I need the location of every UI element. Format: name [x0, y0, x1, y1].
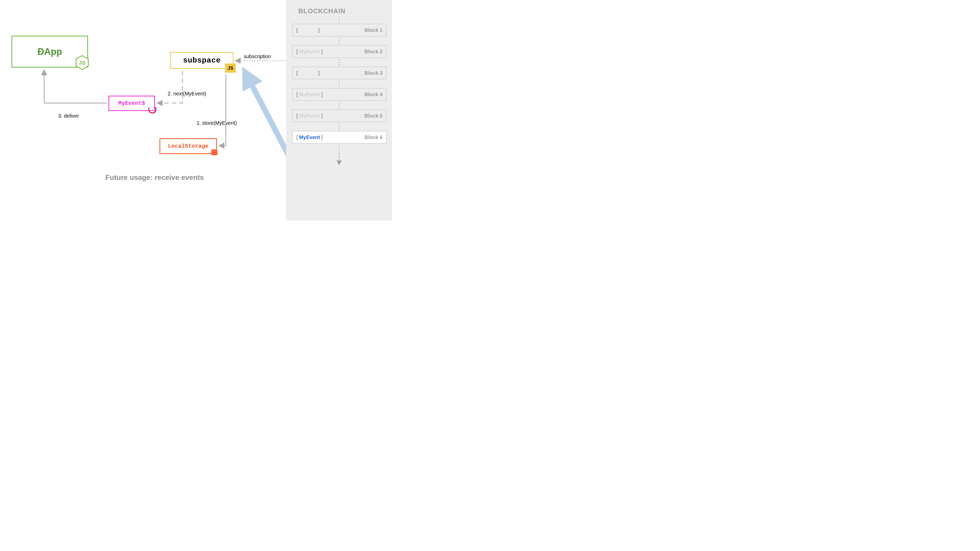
svg-point-30 — [339, 145, 339, 146]
svg-point-31 — [339, 148, 339, 148]
block-label: Block 1 — [364, 27, 383, 33]
svg-point-15 — [339, 38, 339, 39]
svg-point-20 — [339, 64, 339, 65]
svg-point-24 — [339, 102, 339, 103]
bracket-open: [ — [296, 113, 298, 119]
myevent-box: MyEvent$ — [108, 96, 155, 111]
arrow-down-icon — [291, 153, 387, 167]
subscription-label: subscription — [244, 54, 271, 59]
myevent-label: MyEvent$ — [118, 100, 145, 106]
block-label: Block 4 — [364, 92, 383, 97]
svg-point-22 — [339, 83, 339, 84]
vertical-dots-icon — [291, 15, 387, 24]
block-row: [ MyEvent ] Block 5 — [292, 110, 387, 122]
svg-point-17 — [339, 43, 339, 44]
nodejs-icon: JS — [76, 55, 89, 70]
block-label: Block 3 — [364, 70, 383, 76]
bracket-close: ] — [321, 92, 323, 97]
svg-point-13 — [339, 19, 339, 20]
svg-point-32 — [339, 150, 339, 151]
block-row: [ MyEvent ] Block 4 — [292, 88, 387, 101]
vertical-dots-icon — [291, 144, 387, 152]
bracket-close: ] — [321, 135, 323, 140]
svg-point-21 — [339, 81, 339, 82]
js-badge-icon: JS — [225, 64, 236, 73]
bracket-open: [ — [296, 27, 298, 33]
bracket-open: [ — [296, 92, 298, 97]
dapp-label: ÐApp — [38, 46, 62, 57]
svg-point-3 — [154, 106, 156, 108]
bracket-open: [ — [296, 49, 298, 55]
svg-point-12 — [339, 16, 339, 17]
svg-point-16 — [339, 40, 339, 41]
vertical-dots-icon — [291, 37, 387, 45]
block-event: MyEvent — [299, 49, 320, 55]
block-label: Block 6 — [364, 135, 383, 140]
vertical-dots-icon — [291, 58, 387, 67]
svg-point-18 — [339, 59, 339, 60]
block-row: [ MyEvent ] Block 2 — [292, 45, 387, 58]
bracket-open: [ — [296, 70, 298, 76]
subspace-box: subspace JS — [170, 52, 234, 69]
diagram-caption: Future usage: receive events — [105, 173, 204, 182]
vertical-dots-icon — [291, 101, 387, 110]
next-label: 2. next(MyEvent) — [168, 91, 206, 97]
svg-point-2 — [148, 105, 157, 114]
svg-point-23 — [339, 86, 339, 87]
vertical-dots-icon — [291, 79, 387, 88]
svg-point-27 — [339, 124, 339, 124]
svg-point-28 — [339, 126, 339, 127]
block-label: Block 2 — [364, 49, 383, 55]
localstorage-box: LocalStorage — [159, 138, 217, 154]
svg-text:JS: JS — [79, 60, 85, 65]
block-row: [ ] Block 1 — [292, 24, 387, 37]
svg-point-19 — [339, 62, 339, 63]
svg-point-26 — [339, 107, 339, 108]
svg-point-25 — [339, 105, 339, 106]
block-label: Block 5 — [364, 113, 383, 119]
block-event: MyEvent — [299, 92, 320, 97]
subspace-label: subspace — [183, 56, 221, 65]
dapp-box: ÐApp JS — [11, 36, 88, 68]
block-row: [ ] Block 3 — [292, 67, 387, 79]
bracket-close: ] — [318, 27, 320, 33]
bracket-close: ] — [321, 49, 323, 55]
deliver-label: 3. deliver — [58, 113, 79, 119]
svg-point-29 — [339, 129, 339, 130]
rxjs-icon — [148, 105, 157, 114]
store-label: 1. store(MyEvent) — [197, 120, 237, 126]
svg-point-14 — [339, 21, 339, 22]
blockchain-sidebar: BLOCKCHAIN [ ] Block 1 [ MyEvent ] Block… — [286, 0, 392, 221]
database-icon — [210, 148, 219, 157]
block-row: [ MyEvent ] Block 6 — [292, 131, 387, 144]
vertical-dots-icon — [291, 122, 387, 131]
block-event: MyEvent — [299, 135, 320, 140]
bracket-open: [ — [296, 135, 298, 140]
bracket-close: ] — [321, 113, 323, 119]
block-event: MyEvent — [299, 113, 320, 119]
bracket-close: ] — [318, 70, 320, 76]
localstorage-label: LocalStorage — [168, 143, 208, 149]
blockchain-title: BLOCKCHAIN — [298, 7, 387, 15]
